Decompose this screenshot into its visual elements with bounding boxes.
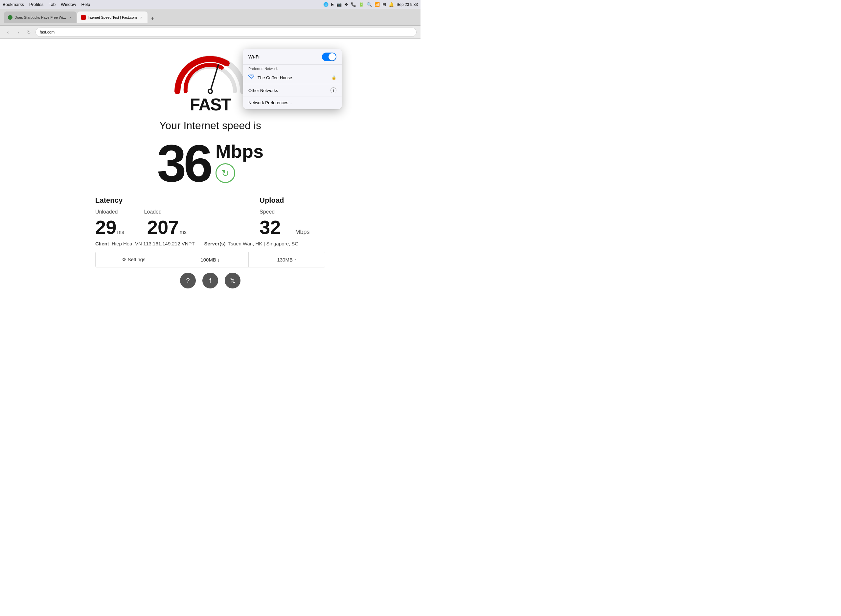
unloaded-value: 29 <box>95 217 117 238</box>
upload-unit: Mbps <box>295 229 310 236</box>
forward-button[interactable]: › <box>15 28 22 36</box>
upload-value: 32 <box>259 216 281 238</box>
upload-labels: Speed <box>259 209 325 215</box>
refresh-icon: ↻ <box>221 168 229 179</box>
settings-button[interactable]: ⚙ Settings <box>95 252 172 267</box>
tab-favicon-fast <box>81 15 86 20</box>
notification-icon[interactable]: 🔔 <box>389 2 394 7</box>
address-input[interactable]: fast.com <box>35 28 416 37</box>
loaded-unit: ms <box>180 229 187 235</box>
upload-group: Upload Speed 32Mbps <box>259 196 325 238</box>
preferred-network-name: The Coffee House <box>258 75 328 80</box>
wifi-dropdown: Wi-Fi Preferred Network The Coffee House… <box>243 48 341 109</box>
server-info-text: Tsuen Wan, HK | Singapore, SG <box>228 241 299 246</box>
wifi-other-networks[interactable]: Other Networks ℹ <box>243 85 341 96</box>
facebook-icon-btn[interactable]: f <box>202 273 218 289</box>
latency-divider <box>95 206 201 206</box>
menubar: Bookmarks Profiles Tab Window Help 🌐 E 📷… <box>0 0 420 9</box>
menubar-item-bookmarks[interactable]: Bookmarks <box>3 2 24 7</box>
tab-close-fast[interactable]: × <box>139 15 144 20</box>
client-info-text: Hiep Hoa, VN 113.161.149.212 VNPT <box>112 241 195 246</box>
menubar-item-window[interactable]: Window <box>61 2 76 7</box>
wifi-header: Wi-Fi <box>243 48 341 64</box>
fast-page: FAST Your Internet speed is 36 Mbps ↻ La… <box>0 39 420 308</box>
speed-headline: Your Internet speed is <box>159 120 261 132</box>
speed-display: 36 Mbps ↻ <box>157 137 264 189</box>
menubar-time: Sep 23 9:33 <box>397 2 418 7</box>
tabs-container: Does Starbucks Have Free Wi... × Interne… <box>4 12 416 23</box>
upload-speed-label: Speed <box>259 209 275 215</box>
bottom-bar: ⚙ Settings 100MB ↓ 130MB ↑ <box>95 252 325 267</box>
tab-starbucks[interactable]: Does Starbucks Have Free Wi... × <box>4 12 76 23</box>
wifi-info-button[interactable]: ℹ <box>331 87 336 93</box>
edit-icon[interactable]: E <box>331 2 334 7</box>
tab-title-fast: Internet Speed Test | Fast.com <box>88 15 137 19</box>
settings-label: ⚙ Settings <box>122 257 145 263</box>
wifi-divider-2 <box>243 84 341 84</box>
wifi-network-coffee-house[interactable]: The Coffee House 🔒 <box>243 72 341 83</box>
wifi-preferred-label: Preferred Network <box>243 65 341 72</box>
tab-title-starbucks: Does Starbucks Have Free Wi... <box>15 15 66 19</box>
twitter-icon-btn[interactable]: 𝕏 <box>225 273 240 289</box>
latency-title: Latency <box>95 196 201 205</box>
apps-icon[interactable]: ❖ <box>344 2 348 7</box>
wifi-signal-icon <box>248 75 254 81</box>
upload-title: Upload <box>259 196 325 205</box>
client-info: Client Hiep Hoa, VN 113.161.149.212 VNPT… <box>95 241 325 246</box>
loaded-value: 207 <box>147 217 179 238</box>
menubar-item-help[interactable]: Help <box>82 2 90 7</box>
wifi-lock-icon: 🔒 <box>331 75 336 80</box>
control-center-icon[interactable]: ⊞ <box>382 2 386 7</box>
wifi-divider-1 <box>243 65 341 65</box>
upload-label: 130MB ↑ <box>277 257 296 263</box>
wifi-icon[interactable]: 📶 <box>375 2 380 7</box>
menubar-item-profiles[interactable]: Profiles <box>29 2 43 7</box>
tab-bar: Does Starbucks Have Free Wi... × Interne… <box>0 9 420 26</box>
server-label: Server(s) <box>204 241 226 246</box>
social-row: ? f 𝕏 <box>180 273 240 289</box>
help-icon-btn[interactable]: ? <box>180 273 196 289</box>
unloaded-value-group: 29ms <box>95 216 124 238</box>
svg-point-2 <box>209 90 212 92</box>
latency-group: Latency Unloaded Loaded 29ms 207ms <box>95 196 201 238</box>
wifi-other-label: Other Networks <box>248 88 278 93</box>
camera-icon[interactable]: 📷 <box>336 2 341 7</box>
tab-close-starbucks[interactable]: × <box>68 15 73 20</box>
upload-stat: 130MB ↑ <box>249 252 325 267</box>
upload-values: 32Mbps <box>259 216 325 238</box>
speedometer <box>167 45 253 98</box>
tab-favicon-starbucks <box>8 15 12 20</box>
wifi-preferences[interactable]: Network Preferences... <box>243 98 341 109</box>
speed-unit: Mbps <box>215 142 264 161</box>
upload-divider <box>259 206 325 206</box>
refresh-button[interactable]: ↻ <box>215 163 235 183</box>
menubar-right: 🌐 E 📷 ❖ 📞 🔋 🔍 📶 ⊞ 🔔 Sep 23 9:33 <box>323 2 418 7</box>
menubar-left: Bookmarks Profiles Tab Window Help <box>3 2 90 7</box>
address-bar: ‹ › ↻ fast.com <box>0 26 420 39</box>
search-icon[interactable]: 🔍 <box>366 2 372 7</box>
battery-icon[interactable]: 🔋 <box>359 2 364 7</box>
wifi-title: Wi-Fi <box>248 54 259 59</box>
tab-fast[interactable]: Internet Speed Test | Fast.com × <box>77 12 147 23</box>
speed-unit-group: Mbps ↻ <box>215 142 264 189</box>
globe-icon[interactable]: 🌐 <box>323 2 328 7</box>
latency-labels: Unloaded Loaded <box>95 209 201 215</box>
loaded-label: Loaded <box>144 209 162 215</box>
reload-button[interactable]: ↻ <box>25 28 33 36</box>
client-label: Client <box>95 241 109 246</box>
unloaded-unit: ms <box>117 229 124 235</box>
wifi-divider-3 <box>243 97 341 97</box>
wifi-toggle[interactable] <box>322 53 336 61</box>
phone-icon[interactable]: 📞 <box>351 2 356 7</box>
loaded-value-group: 207ms <box>147 216 187 238</box>
new-tab-button[interactable]: + <box>148 14 157 23</box>
stats-row: Latency Unloaded Loaded 29ms 207ms Up <box>95 196 325 238</box>
download-label: 100MB ↓ <box>201 257 220 263</box>
unloaded-label: Unloaded <box>95 209 118 215</box>
download-stat: 100MB ↓ <box>172 252 249 267</box>
menubar-item-tab[interactable]: Tab <box>48 2 56 7</box>
content-area: FAST Your Internet speed is 36 Mbps ↻ La… <box>0 39 420 308</box>
latency-values: 29ms 207ms <box>95 216 201 238</box>
back-button[interactable]: ‹ <box>4 28 12 36</box>
speed-number: 36 <box>157 137 210 189</box>
